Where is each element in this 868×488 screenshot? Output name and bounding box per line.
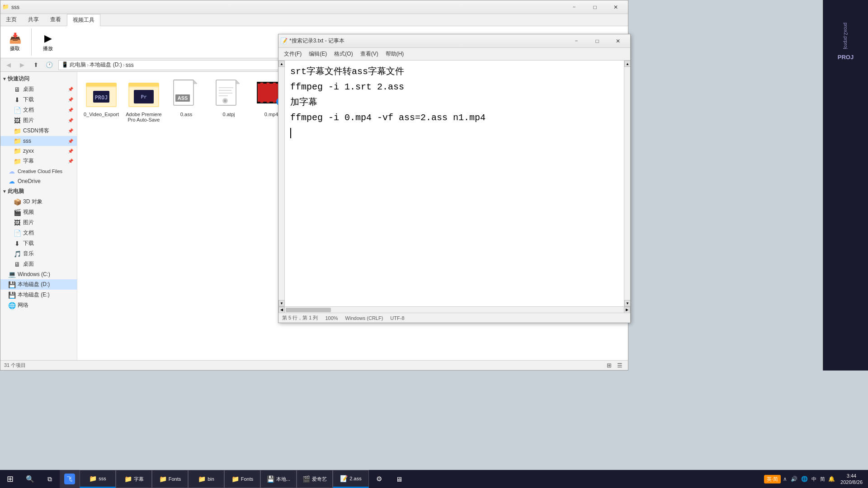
- sidebar-item-onedrive[interactable]: ☁ OneDrive: [0, 176, 77, 186]
- sidebar-item-windows-c[interactable]: 💻 Windows (C:): [0, 269, 77, 279]
- network-icon: 🌐: [8, 302, 16, 309]
- sidebar-item-documents[interactable]: 📄 文档: [0, 228, 77, 238]
- sidebar-item-downloads[interactable]: ⬇ 下载: [0, 238, 77, 249]
- sidebar-item-pics[interactable]: 🖼 图片 📌: [0, 115, 77, 126]
- sidebar-item-desktop2[interactable]: 🖥 桌面: [0, 259, 77, 269]
- sidebar-item-sss[interactable]: 📁 sss 📌: [0, 136, 77, 146]
- taskbar-clock[interactable]: 3:44 2020/8/26: [837, 473, 866, 486]
- sidebar-item-desktop[interactable]: 🖥 桌面 📌: [0, 84, 77, 94]
- notepad-position: 第 5 行，第 1 列: [282, 314, 318, 321]
- ime-switch-btn[interactable]: 英·简: [764, 475, 781, 483]
- hscroll-thumb[interactable]: [286, 308, 331, 312]
- taskbar-item-local[interactable]: 💾 本地...: [260, 470, 297, 488]
- onedrive-icon: ☁: [8, 178, 16, 185]
- tray-lang-simple[interactable]: 简: [819, 476, 826, 483]
- sidebar-item-drive-d[interactable]: 💾 本地磁盘 (D:): [0, 279, 77, 290]
- taskbar-item-iqiyi[interactable]: 🎬 爱奇艺: [297, 470, 333, 488]
- file-item-premiere[interactable]: Pr Adobe Premiere Pro Auto-Save: [123, 75, 164, 125]
- expand-icon: 📥: [9, 33, 21, 44]
- ribbon-btn-expand[interactable]: 📥 摄取: [4, 31, 26, 54]
- file-item-ass[interactable]: ASS 0.ass: [166, 75, 207, 125]
- scroll-left-btn[interactable]: ◀: [278, 307, 285, 313]
- scroll-down-btn[interactable]: ▼: [278, 300, 285, 306]
- notepad-vscroll-left[interactable]: ▲ ▼: [278, 61, 285, 306]
- video-folder-icon: 🎬: [13, 209, 21, 216]
- tray-notification-icon[interactable]: 🔔: [827, 476, 836, 482]
- tab-view[interactable]: 查看: [45, 14, 67, 26]
- sidebar-item-network[interactable]: 🌐 网络: [0, 300, 77, 310]
- notepad-close-btn[interactable]: ✕: [608, 34, 628, 48]
- notepad-vscroll-right[interactable]: ▲ ▼: [624, 61, 630, 306]
- notepad-text[interactable]: srt字幕文件转ass字幕文件 ffmpeg -i 1.srt 2.ass 加字…: [285, 61, 624, 306]
- scroll-up-btn2[interactable]: ▲: [624, 61, 630, 67]
- nav-up-btn[interactable]: ⬆: [29, 60, 42, 70]
- scroll-right-btn[interactable]: ▶: [624, 307, 630, 313]
- menu-help[interactable]: 帮助(H): [382, 49, 408, 59]
- menu-file[interactable]: 文件(F): [280, 49, 305, 59]
- taskbar-item-settings[interactable]: ⚙: [369, 470, 389, 488]
- tray-network-icon[interactable]: 🌐: [800, 476, 809, 482]
- sidebar-item-3d[interactable]: 📦 3D 对象: [0, 197, 77, 207]
- sidebar-item-subtitles[interactable]: 📁 字幕 📌: [0, 156, 77, 166]
- menu-view[interactable]: 查看(V): [357, 49, 382, 59]
- explorer-title: sss: [11, 4, 564, 10]
- file-name-premiere: Adobe Premiere Pro Auto-Save: [125, 112, 162, 122]
- sidebar-header-pc[interactable]: ▼ 此电脑: [0, 186, 77, 197]
- notepad-title-controls: － □ ✕: [566, 34, 628, 48]
- tray-speaker-icon[interactable]: 🔊: [789, 476, 799, 482]
- taskbar-item-subtitles[interactable]: 📁 字幕: [116, 470, 152, 488]
- task-view-btn[interactable]: ⧉: [40, 470, 60, 488]
- explorer-maximize-btn[interactable]: □: [585, 0, 605, 14]
- text-line-4: ffmpeg -i 0.mp4 -vf ass=2.ass n1.mp4: [290, 110, 618, 126]
- sidebar-item-images[interactable]: 🖼 图片: [0, 217, 77, 228]
- tab-home[interactable]: 主页: [0, 14, 23, 26]
- sidebar-item-video[interactable]: 🎬 视频: [0, 207, 77, 217]
- explorer-minimize-btn[interactable]: －: [564, 0, 585, 14]
- scroll-down-btn2[interactable]: ▼: [624, 300, 630, 306]
- taskbar-feishu[interactable]: 飞: [60, 470, 80, 488]
- notepad-maximize-btn[interactable]: □: [587, 34, 608, 48]
- sidebar-item-creative-cloud[interactable]: ☁ Creative Cloud Files: [0, 166, 77, 176]
- large-icons-btn[interactable]: ⊞: [604, 361, 613, 370]
- nav-forward-btn[interactable]: ▶: [16, 60, 28, 70]
- taskbar-search-btn[interactable]: 🔍: [20, 470, 40, 488]
- svg-rect-33: [263, 102, 267, 103]
- nav-back-btn[interactable]: ◀: [2, 60, 15, 70]
- tab-share[interactable]: 共享: [23, 14, 45, 26]
- taskbar-item-bin[interactable]: 📁 bin: [188, 470, 224, 488]
- explorer-close-btn[interactable]: ✕: [605, 0, 626, 14]
- svg-rect-19: [219, 87, 233, 88]
- scroll-up-btn[interactable]: ▲: [278, 61, 285, 67]
- addr-folder: sss: [126, 62, 134, 68]
- atpj-thumb: [212, 78, 245, 111]
- start-btn[interactable]: ⊞: [0, 470, 20, 488]
- menu-format[interactable]: 格式(O): [330, 49, 356, 59]
- taskbar-item-2ass[interactable]: 📝 2.ass: [333, 470, 369, 488]
- tray-lang-cn[interactable]: 中: [810, 476, 818, 483]
- sidebar-item-docs[interactable]: 📄 文档 📌: [0, 105, 77, 115]
- tray-up-arrow[interactable]: ∧: [782, 476, 788, 482]
- notepad-hscroll[interactable]: ◀ ▶: [278, 306, 630, 313]
- premiere-thumb: Pr: [127, 78, 160, 111]
- nav-recent-btn[interactable]: 🕐: [43, 60, 56, 70]
- ribbon-btn-playback[interactable]: ▶ 播放: [37, 31, 59, 54]
- sidebar-item-download[interactable]: ⬇ 下载 📌: [0, 94, 77, 105]
- sidebar-header-quick[interactable]: ▼ 快速访问: [0, 74, 77, 84]
- sidebar-item-zyxx[interactable]: 📁 zyxx 📌: [0, 146, 77, 156]
- sidebar-item-music[interactable]: 🎵 音乐: [0, 249, 77, 259]
- file-item-atpj[interactable]: 0.atpj: [208, 75, 249, 125]
- taskbar-item-fonts1[interactable]: 📁 Fonts: [152, 470, 188, 488]
- notepad-title: *搜索记录3.txt - 记事本: [289, 37, 566, 45]
- file-item-video-export[interactable]: PROJ 0_Video_Export: [81, 75, 122, 125]
- tab-video-tools[interactable]: 视频工具: [67, 14, 100, 26]
- subtitles-folder-icon: 📁: [13, 158, 21, 165]
- taskbar-item-fonts2[interactable]: 📁 Fonts: [224, 470, 260, 488]
- sidebar-item-drive-e[interactable]: 💾 本地磁盘 (E:): [0, 290, 77, 300]
- list-btn[interactable]: ☰: [615, 361, 624, 370]
- sidebar-item-csdn[interactable]: 📁 CSDN博客 📌: [0, 126, 77, 136]
- menu-edit[interactable]: 编辑(E): [305, 49, 330, 59]
- taskbar-item-system[interactable]: 🖥: [389, 470, 409, 488]
- taskbar-item-sss[interactable]: 📁 sss: [80, 470, 116, 488]
- file-name-mp4: 0.mp4: [264, 112, 278, 117]
- notepad-minimize-btn[interactable]: －: [566, 34, 587, 48]
